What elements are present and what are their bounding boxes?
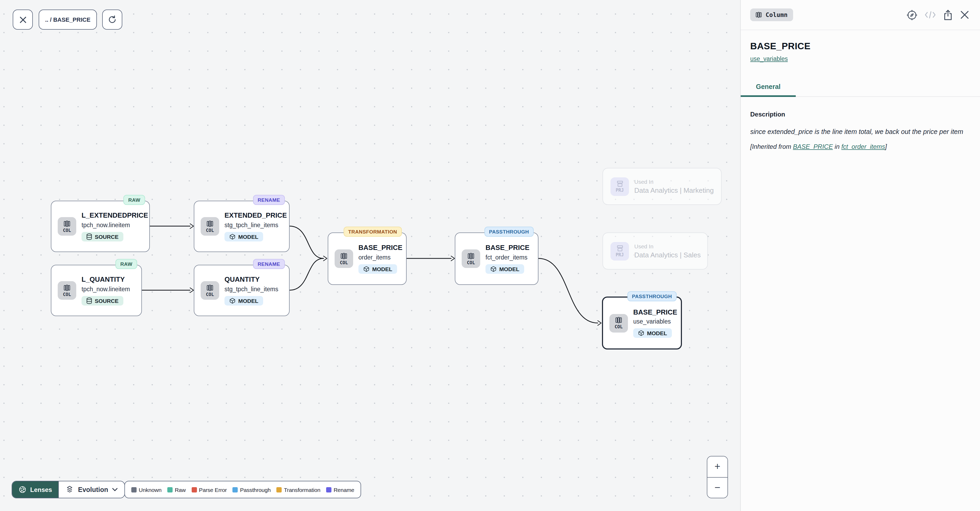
legend-swatch-transformation [277,487,282,492]
zoom-out-button[interactable]: − [707,478,727,498]
edge-arrow [598,321,601,325]
inherited-column-link[interactable]: BASE_PRICE [793,143,833,150]
pill-label: MODEL [647,330,667,336]
zoom-in-button[interactable]: + [707,457,727,478]
node-extended-price[interactable]: RENAME COL EXTENDED_PRICE stg_tpch_line_… [194,201,290,252]
node-title: BASE_PRICE [358,244,402,253]
legend-label: Rename [334,486,354,493]
node-base-price-fct-order-items[interactable]: PASSTHROUGH COL BASE_PRICE fct_order_ite… [455,232,538,285]
lens-selector-dropdown[interactable]: Evolution [59,481,125,498]
node-subtitle: stg_tpch_line_items [224,221,278,228]
tab-general[interactable]: General [741,79,796,97]
legend-label: Unknown [139,486,161,493]
view-code-button[interactable] [924,11,936,19]
close-icon [19,16,27,24]
column-icon [207,284,213,291]
model-link[interactable]: use_variables [750,56,788,62]
inherited-prefix: [Inherited from [750,143,793,150]
column-icon [207,220,213,227]
node-l-quantity[interactable]: RAW COL L_QUANTITY tpch_now.lineitem SOU… [51,265,142,316]
cube-icon [490,266,496,272]
database-icon [86,233,92,240]
ghost-node-used-in: PRJ Used In Data Analytics | Marketing [603,168,722,205]
database-icon [86,297,92,304]
panel-tabs: General [741,79,980,97]
details-panel: Column [740,0,980,511]
cube-icon [229,297,235,304]
legend-label: Parse Error [199,486,227,493]
chip-label: COL [615,324,623,330]
node-badge: RAW [123,195,145,205]
breadcrumb-label: .. / BASE_PRICE [45,16,90,23]
app: .. / BASE_PRICE PRJ Used In Data Analyti… [0,0,980,511]
lineage-canvas[interactable]: .. / BASE_PRICE PRJ Used In Data Analyti… [0,0,740,511]
ghost-project-name: Data Analytics | Sales [634,251,701,259]
close-lineage-button[interactable] [13,10,33,30]
refresh-button[interactable] [102,10,122,30]
chip-label: COL [340,260,348,265]
chip-label: COL [467,260,475,265]
node-base-price-order-items[interactable]: TRANSFORMATION COL BASE_PRICE order_item… [328,232,407,285]
legend-swatch-passthrough [233,487,238,492]
node-subtitle: tpch_now.lineitem [81,286,130,292]
breadcrumb[interactable]: .. / BASE_PRICE [39,10,97,30]
chip-label: COL [63,291,71,297]
column-chip: COL [200,281,219,300]
node-badge: RENAME [253,259,285,269]
close-icon [960,10,969,19]
model-pill: MODEL [358,264,397,274]
legend-swatch-parse-error [192,487,197,492]
node-l-extendedprice[interactable]: RAW COL L_EXTENDEDPRICE tpch_now.lineite… [51,201,150,252]
close-panel-button[interactable] [960,10,969,19]
panel-actions [907,9,969,21]
edge-arrow [451,256,455,261]
cube-icon [638,330,644,336]
node-title: BASE_PRICE [485,244,530,253]
column-chip: COL [609,314,628,332]
legend-swatch-unknown [131,487,137,492]
node-base-price-use-variables[interactable]: PASSTHROUGH COL BASE_PRICE use_variables… [602,296,682,350]
node-subtitle: stg_tpch_line_items [224,286,278,292]
legend-label: Transformation [284,486,321,493]
node-badge: RENAME [253,195,285,205]
pill-label: MODEL [238,297,258,304]
column-icon [340,252,347,259]
panel-title: BASE_PRICE [750,41,970,52]
node-title: L_QUANTITY [81,275,125,284]
node-badge: RAW [115,259,137,269]
lenses-aperture-icon [19,486,27,493]
model-pill: MODEL [224,296,263,305]
chip-label: COL [63,228,71,233]
source-pill: SOURCE [81,232,123,241]
ghost-project-name: Data Analytics | Marketing [634,186,714,194]
edge [290,226,323,258]
lenses-button[interactable]: Lenses [12,481,59,498]
lens-legend: Unknown Raw Parse Error Passthrough Tran… [124,481,361,498]
project-icon [616,245,624,251]
pill-label: SOURCE [95,297,119,304]
node-title: L_EXTENDEDPRICE [81,212,148,220]
pill-label: SOURCE [95,233,119,240]
entity-type-chip: Column [750,8,793,21]
model-pill: MODEL [633,328,672,338]
legend-item: Passthrough [233,486,271,493]
column-icon [756,12,762,18]
node-quantity[interactable]: RENAME COL QUANTITY stg_tpch_line_items … [194,265,290,316]
legend-label: Passthrough [240,486,271,493]
explore-button[interactable] [907,9,918,21]
inherited-model-link[interactable]: fct_order_items [841,143,885,150]
lenses-control: Lenses Evolution [12,481,125,498]
chip-label: COL [206,291,214,297]
node-badge: TRANSFORMATION [344,227,402,237]
pill-label: MODEL [499,266,519,272]
layers-icon [66,486,74,494]
refresh-icon [108,15,117,24]
project-icon [616,180,624,187]
column-chip: COL [335,249,353,268]
node-badge: PASSTHROUGH [627,291,677,301]
inherited-suffix: ] [885,143,887,150]
ghost-used-in-label: Used In [634,178,714,185]
model-pill: MODEL [224,232,263,241]
share-button[interactable] [943,9,953,21]
description-heading: Description [750,111,970,118]
